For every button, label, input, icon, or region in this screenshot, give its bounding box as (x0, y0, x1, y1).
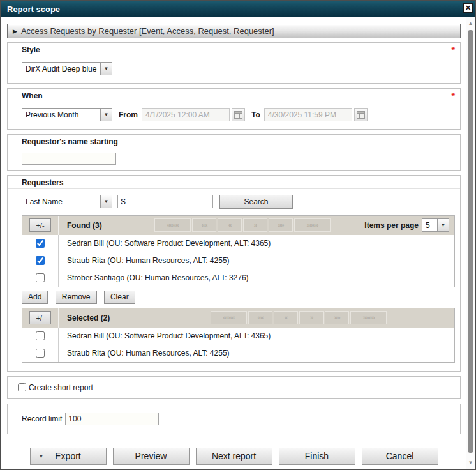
next-report-button[interactable]: Next report (196, 448, 272, 465)
selected-table: +/- Selected (2) «««« «« « » »» »»»» (22, 308, 455, 363)
items-per-page-label: Items per page (364, 221, 419, 230)
expand-toggle-button[interactable]: +/- (29, 311, 51, 324)
when-combobox-arrow-button[interactable]: ▼ (100, 108, 112, 121)
items-per-page-combobox[interactable]: 5 ▼ (422, 218, 449, 232)
required-asterisk: * (452, 93, 455, 99)
selected-row: Straub Rita (OU: Human Resources, ALT: 4… (22, 345, 454, 362)
from-calendar-button (232, 108, 245, 121)
search-field-value[interactable]: Last Name (22, 195, 100, 208)
when-combobox[interactable]: Previous Month ▼ (22, 108, 112, 121)
search-field-arrow-button[interactable]: ▼ (100, 195, 112, 208)
pager-first-button: «««« (211, 311, 247, 324)
found-table: +/- Found (3) «««« «« « » »» »»»» Item (22, 215, 455, 287)
requesters-label: Requesters (22, 178, 63, 187)
pager-fast-next-button: »» (325, 311, 349, 324)
found-pager: «««« «« « » »» »»»» (154, 218, 332, 232)
export-button[interactable]: ▼ Export (30, 448, 107, 465)
row-label: Strober Santiago (OU: Human Resources, A… (59, 273, 249, 282)
row-checkbox[interactable] (36, 349, 45, 358)
row-label: Sedran Bill (OU: Software Product Develo… (59, 239, 271, 248)
search-field-combobox[interactable]: Last Name ▼ (22, 195, 112, 208)
style-combobox-value[interactable]: DirX Audit Deep blue (22, 62, 100, 75)
pager-last-button: »»»» (350, 311, 387, 324)
when-combobox-value[interactable]: Previous Month (22, 108, 100, 121)
selected-pager: «««« «« « » »» »»»» (211, 311, 388, 324)
found-row: Sedran Bill (OU: Software Product Develo… (22, 235, 454, 252)
section-when: When * Previous Month ▼ From (7, 88, 461, 130)
when-label: When (22, 91, 43, 100)
row-checkbox[interactable] (36, 273, 45, 282)
export-button-label: Export (55, 451, 80, 461)
calendar-icon (357, 111, 365, 119)
preview-button[interactable]: Preview (113, 448, 190, 465)
row-label: Straub Rita (OU: Human Resources, ALT: 4… (59, 256, 230, 265)
footer-button-bar: ▼ Export Preview Next report Finish Canc… (7, 448, 461, 465)
items-per-page-arrow-button[interactable]: ▼ (437, 218, 449, 232)
vertical-scrollbar: ▲ ▼ (466, 17, 475, 469)
row-checkbox[interactable] (36, 331, 45, 340)
pager-first-button: «««« (154, 218, 191, 232)
selected-row: Sedran Bill (OU: Software Product Develo… (22, 328, 454, 345)
pager-fast-next-button: »» (269, 218, 293, 232)
section-requesters: Requesters Last Name ▼ Search (7, 175, 461, 372)
export-menu-arrow-icon: ▼ (39, 454, 44, 459)
short-report-checkbox[interactable] (18, 383, 26, 391)
dialog-title: Report scope (7, 4, 60, 14)
record-limit-input[interactable] (65, 413, 159, 425)
items-per-page-value[interactable]: 5 (422, 218, 437, 232)
style-combobox[interactable]: DirX Audit Deep blue ▼ (22, 62, 112, 75)
pager-fast-prev-button: «« (192, 218, 216, 232)
requestor-name-label: Requestor's name starting (22, 137, 118, 146)
row-checkbox[interactable] (36, 256, 45, 265)
scroll-down-icon[interactable]: ▼ (466, 458, 475, 468)
calendar-icon (234, 111, 242, 119)
pager-prev-button: « (218, 218, 242, 232)
selected-title: Selected (2) (59, 314, 154, 322)
remove-button[interactable]: Remove (56, 291, 97, 304)
section-short-report: Create short report (7, 376, 461, 399)
finish-button[interactable]: Finish (279, 448, 355, 465)
row-label: Sedran Bill (OU: Software Product Develo… (59, 331, 271, 340)
style-combobox-arrow-button[interactable]: ▼ (100, 62, 112, 75)
scrollbar-thumb[interactable] (468, 30, 473, 453)
chevron-down-icon: ▼ (104, 112, 109, 118)
expand-toggle-button[interactable]: +/- (29, 218, 51, 232)
add-button[interactable]: Add (22, 291, 48, 304)
pager-next-button: » (299, 311, 324, 324)
dialog-content: ▶ Access Requests by Requester [Event, A… (1, 17, 466, 469)
pager-last-button: »»»» (294, 218, 331, 232)
cancel-button[interactable]: Cancel (362, 448, 438, 465)
style-label: Style (22, 45, 40, 54)
required-asterisk: * (452, 47, 455, 53)
pager-prev-button: « (274, 311, 298, 324)
chevron-down-icon: ▼ (104, 199, 109, 204)
to-label: To (251, 110, 260, 119)
accordion-label: Access Requests by Requester [Event, Acc… (21, 26, 274, 36)
short-report-label: Create short report (29, 383, 93, 392)
search-button[interactable]: Search (219, 195, 293, 209)
found-table-header: +/- Found (3) «««« «« « » »» »»»» Item (22, 216, 454, 235)
found-row: Straub Rita (OU: Human Resources, ALT: 4… (22, 252, 454, 269)
from-label: From (119, 110, 138, 119)
close-icon: ✕ (465, 4, 471, 11)
clear-button[interactable]: Clear (104, 291, 135, 304)
requestor-name-input[interactable] (22, 153, 116, 165)
found-title: Found (3) (59, 221, 154, 230)
dialog-titlebar: Report scope ✕ (1, 1, 475, 17)
to-date-input (264, 108, 352, 121)
from-date-input (142, 108, 230, 121)
to-calendar-button (354, 108, 368, 121)
report-accordion-header[interactable]: ▶ Access Requests by Requester [Event, A… (7, 24, 461, 38)
scroll-up-icon[interactable]: ▲ (466, 19, 475, 29)
chevron-down-icon: ▼ (441, 223, 446, 228)
close-button[interactable]: ✕ (463, 3, 473, 13)
section-style: Style * DirX Audit Deep blue ▼ (7, 42, 461, 84)
report-scope-dialog: Report scope ✕ ▶ Access Requests by Requ… (0, 0, 476, 470)
pager-next-button: » (243, 218, 267, 232)
search-input[interactable] (117, 195, 213, 208)
triangle-right-icon: ▶ (13, 28, 17, 34)
selected-table-header: +/- Selected (2) «««« «« « » »» »»»» (22, 308, 454, 328)
row-label: Straub Rita (OU: Human Resources, ALT: 4… (59, 349, 230, 358)
row-checkbox[interactable] (36, 239, 45, 248)
section-requestor-name: Requestor's name starting (7, 134, 461, 171)
